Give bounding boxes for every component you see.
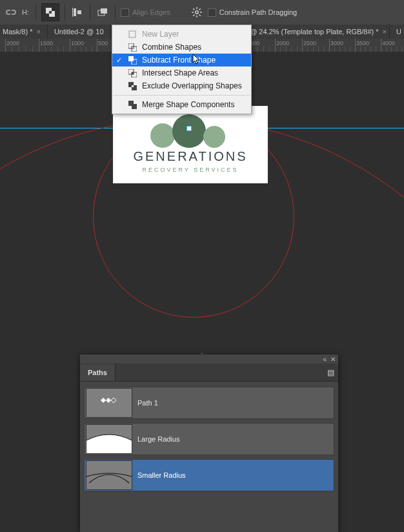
paths-list: Path 1 Large Radius Smaller Radius — [80, 382, 338, 517]
menu-label: Exclude Overlapping Shapes — [142, 81, 242, 90]
tab-title: U — [396, 28, 401, 36]
separator — [65, 5, 65, 20]
svg-line-16 — [193, 15, 194, 16]
svg-point-8 — [196, 11, 198, 14]
ruler-label: 2500 — [303, 40, 316, 46]
menu-exclude-overlapping[interactable]: Exclude Overlapping Shapes — [112, 79, 251, 92]
close-icon[interactable]: ✕ — [330, 356, 336, 363]
svg-line-14 — [199, 15, 200, 16]
document-tab[interactable]: 3 @ 24.2% (Template top Plate, RGB/8#) *… — [237, 25, 390, 39]
intersect-icon — [128, 68, 137, 77]
svg-rect-27 — [132, 85, 134, 87]
panel-header: « ✕ — [80, 354, 338, 364]
options-bar: H: Align Edges Constrain Path Dragging — [0, 0, 404, 25]
ruler-label: 500 — [98, 40, 108, 46]
svg-rect-17 — [129, 31, 136, 37]
tab-title: 3 @ 24.2% (Template top Plate, RGB/8#) * — [244, 28, 379, 36]
menu-combine-shapes[interactable]: Combine Shapes — [112, 41, 251, 54]
panel-menu-icon[interactable]: ▤ — [327, 368, 334, 377]
panel-tab-label: Paths — [88, 369, 107, 376]
menu-separator — [113, 95, 250, 96]
subtract-icon — [128, 56, 137, 65]
path-name: Path 1 — [137, 399, 158, 407]
ruler-label: 1500 — [40, 40, 53, 46]
constrain-label: Constrain Path Dragging — [219, 8, 297, 16]
ruler-label: 4000 — [382, 40, 395, 46]
path-operations-menu: New Layer Combine Shapes ✓ Subtract Fron… — [112, 25, 252, 114]
menu-subtract-front-shape[interactable]: ✓ Subtract Front Shape — [112, 54, 251, 66]
panel-tab-bar: Paths ▤ — [80, 364, 338, 382]
menu-label: Subtract Front Shape — [142, 56, 216, 65]
ruler-label: 3000 — [330, 40, 343, 46]
arrange-icon[interactable] — [96, 5, 110, 19]
path-row[interactable]: Smaller Radius — [84, 459, 334, 491]
collapse-icon[interactable]: « — [323, 356, 327, 363]
svg-rect-18 — [128, 43, 134, 48]
merge-icon — [128, 100, 137, 109]
separator — [115, 5, 116, 20]
align-edges-checkbox[interactable]: Align Edges — [121, 8, 170, 17]
svg-line-15 — [199, 8, 200, 10]
combine-icon — [128, 43, 137, 52]
document-tab[interactable]: U — [390, 25, 404, 39]
tab-title: Mask/8) * — [3, 28, 32, 36]
ruler-label: 2000 — [276, 40, 289, 46]
tab-title: Untitled-2 @ 10 — [54, 28, 104, 36]
panel-tab-paths[interactable]: Paths — [80, 364, 116, 381]
path-operations-icon[interactable] — [41, 3, 59, 21]
svg-rect-4 — [77, 10, 81, 14]
path-thumbnail — [86, 388, 132, 418]
new-layer-icon — [128, 30, 137, 39]
separator — [35, 5, 36, 20]
mouse-cursor — [192, 54, 201, 65]
gear-icon[interactable] — [190, 5, 204, 19]
anchor-handle[interactable] — [187, 126, 192, 131]
ruler-label: 3500 — [356, 40, 369, 46]
height-label: H: — [22, 8, 29, 16]
path-thumbnail — [86, 460, 132, 490]
path-thumbnail — [86, 424, 132, 454]
align-edges-label: Align Edges — [132, 8, 170, 16]
ruler-label: 2000 — [6, 40, 19, 46]
menu-intersect-shape-areas[interactable]: Intersect Shape Areas — [112, 66, 251, 79]
align-icon[interactable] — [70, 5, 85, 19]
check-icon: ✓ — [116, 56, 122, 65]
svg-rect-7 — [101, 8, 107, 14]
svg-rect-28 — [86, 389, 132, 417]
document-tab[interactable]: Untitled-2 @ 10 — [48, 25, 111, 39]
path-row[interactable]: Large Radius — [84, 423, 334, 455]
svg-rect-19 — [132, 46, 137, 52]
constrain-checkbox[interactable]: Constrain Path Dragging — [208, 8, 297, 17]
menu-merge-shape-components[interactable]: Merge Shape Components — [112, 98, 251, 111]
menu-label: Intersect Shape Areas — [142, 68, 218, 77]
close-icon[interactable]: × — [36, 28, 40, 36]
checkbox-icon — [208, 8, 216, 17]
menu-label: New Layer — [142, 30, 179, 39]
svg-rect-20 — [128, 56, 134, 61]
svg-line-13 — [193, 8, 194, 10]
svg-rect-2 — [49, 11, 52, 14]
logo-subtitle: RECOVERY SERVICES — [142, 167, 238, 173]
menu-label: Merge Shape Components — [142, 100, 234, 109]
svg-rect-3 — [74, 8, 76, 16]
close-icon[interactable]: × — [383, 28, 387, 36]
path-name: Large Radius — [137, 435, 179, 443]
svg-rect-24 — [132, 72, 134, 74]
path-name: Smaller Radius — [137, 471, 186, 479]
logo-image[interactable]: GENERATIONS RECOVERY SERVICES — [113, 106, 268, 183]
checkbox-icon — [121, 8, 129, 17]
link-icon[interactable] — [4, 5, 18, 19]
path-row[interactable]: Path 1 — [84, 387, 334, 419]
document-tab[interactable]: Mask/8) * × — [0, 25, 48, 39]
separator — [90, 5, 90, 20]
paths-panel: « ✕ Paths ▤ Path 1 Large Radius Smaller … — [79, 354, 339, 532]
logo-brand: GENERATIONS — [133, 149, 247, 164]
svg-rect-5 — [72, 8, 73, 17]
exclude-icon — [128, 81, 137, 90]
menu-label: Combine Shapes — [142, 43, 201, 52]
ruler-label: 1000 — [71, 40, 84, 46]
menu-new-layer: New Layer — [112, 28, 251, 41]
